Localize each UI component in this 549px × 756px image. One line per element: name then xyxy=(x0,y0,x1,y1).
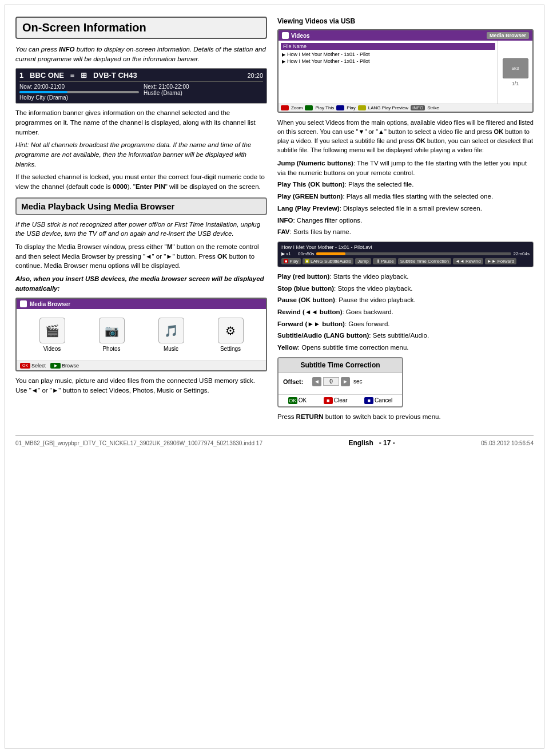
mv-top-btn: Media Browser xyxy=(487,32,529,39)
st-arrow-left[interactable]: ◄ xyxy=(312,377,321,386)
videos-intro-text: When you select Videos from the main opt… xyxy=(277,118,534,155)
mb-item-music: 🎵 Music xyxy=(158,318,184,352)
pb-feature-lang: Subtitle/Audio (LANG button): Sets subti… xyxy=(277,331,534,341)
mb-title-bar: Media Browser xyxy=(17,299,266,309)
page-container: On-Screen Information You can press INFO… xyxy=(5,5,544,749)
st-offset-label: Offset: xyxy=(283,378,309,385)
pb-btn-rewind: ◄◄ Rewind xyxy=(453,258,483,264)
pb-feature-rewind: Rewind (◄◄ button): Goes backward. xyxy=(277,307,534,317)
mv-green-btn xyxy=(305,105,313,110)
mb-item-photos: 📷 Photos xyxy=(99,318,125,352)
pb-btn-forward: ►► Forward xyxy=(485,258,516,264)
pb-btn-lang: ■ LANG SubtitleAudio xyxy=(303,258,353,264)
pb-feature-forward: Forward (►► button): Goes forward. xyxy=(277,319,534,329)
mv-file-icon-2: ▶ xyxy=(282,59,285,64)
mb-photos-label: Photos xyxy=(102,346,120,352)
mb-select-label: Select xyxy=(31,363,46,369)
banner-next-prog-name: Hustle (Drama) xyxy=(144,90,263,96)
mv-thumb-label: ak3 xyxy=(512,66,519,71)
st-cancel-icon: ■ xyxy=(364,397,373,404)
usb-note-text: If the USB stick is not recognized after… xyxy=(15,220,267,239)
mv-yellow-btn xyxy=(358,105,366,110)
feature-play-this: Play This (OK button): Plays the selecte… xyxy=(277,180,534,189)
onscreen-info-heading: On-Screen Information xyxy=(15,17,267,39)
banner-now-label: Now: 20:00-21:00 xyxy=(19,84,139,90)
viewing-videos-title: Viewing Videos via USB xyxy=(277,17,534,26)
media-browser-mockup: Media Browser 🎬 Videos 📷 Photos 🎵 Music xyxy=(15,298,267,371)
mv-file-row-1: ▶ How I Met Your Mother - 1x01 - Pilot xyxy=(281,51,495,58)
pb-counter: ▶ x1 xyxy=(281,251,296,256)
mv-info-label: INFO xyxy=(411,105,425,110)
mv-red-btn xyxy=(281,105,289,110)
st-clear-btn[interactable]: ■ Clear xyxy=(324,397,348,404)
mb-red-btn: OK xyxy=(20,363,30,369)
st-ok-label: OK xyxy=(299,397,307,403)
mb-settings-icon: ⚙ xyxy=(218,318,244,343)
usb-play-text: You can play music, picture and video fi… xyxy=(15,376,267,395)
mv-title-left: Videos xyxy=(282,32,310,39)
info-banner-mockup: 1 BBC ONE ≡ ⊞ DVB-T CH43 20:20 Now: 20:0… xyxy=(15,68,267,104)
auto-display-bold-text: Also, when you insert USB devices, the m… xyxy=(15,274,267,293)
footer-file-info: 01_MB62_[GB]_woypbpr_IDTV_TC_NICKEL17_39… xyxy=(15,440,262,446)
mb-item-settings: ⚙ Settings xyxy=(218,318,244,352)
mv-strike-label: Strike xyxy=(427,105,439,110)
mb-settings-label: Settings xyxy=(220,346,241,352)
banner-desc-text: The information banner gives information… xyxy=(15,108,267,137)
mb-videos-icon: 🎬 xyxy=(39,318,65,343)
mv-body: File Name ▶ How I Met Your Mother - 1x01… xyxy=(279,41,532,104)
st-ok-btn[interactable]: OK OK xyxy=(288,397,307,404)
st-controls: ◄ 0 ► xyxy=(312,377,350,386)
mv-title-label: Videos xyxy=(291,33,310,39)
st-clear-label: Clear xyxy=(334,397,348,403)
st-body: Offset: ◄ 0 ► sec xyxy=(279,373,402,394)
st-title: Subtitle Time Correction xyxy=(279,358,402,373)
st-arrow-right[interactable]: ► xyxy=(341,377,350,386)
mb-footer-btn-browse: ▶ Browse xyxy=(50,363,79,369)
videos-browser-mockup: Videos Media Browser File Name ▶ How I M… xyxy=(277,29,534,113)
st-cancel-btn[interactable]: ■ Cancel xyxy=(364,397,392,404)
mb-music-icon: 🎵 xyxy=(158,318,184,343)
mv-left-panel: File Name ▶ How I Met Your Mother - 1x01… xyxy=(279,41,498,104)
pb-btn-pause: ⏸ Pause xyxy=(373,258,396,264)
mb-items-row: 🎬 Videos 📷 Photos 🎵 Music ⚙ Settings xyxy=(17,309,266,361)
mv-footer: Zoom Play This Play LANG Play Preview IN… xyxy=(279,104,532,112)
mv-file-name-2: How I Met Your Mother - 1x01 - Pilot xyxy=(287,58,370,64)
pb-red-icon: ■ xyxy=(284,259,288,263)
st-ok-icon: OK xyxy=(288,397,297,404)
mv-file-icon-1: ▶ xyxy=(282,52,285,57)
mv-thumbnail: ak3 xyxy=(503,58,528,78)
pb-btn-play: ■ Play xyxy=(281,258,301,264)
feature-fav: FAV: Sorts files by name. xyxy=(277,227,534,237)
main-content: On-Screen Information You can press INFO… xyxy=(15,17,534,425)
left-column: On-Screen Information You can press INFO… xyxy=(15,17,267,425)
pb-elapsed: 00m50s xyxy=(298,251,314,256)
st-clear-icon: ■ xyxy=(324,397,333,404)
footer-language: English - 17 - xyxy=(348,439,395,447)
banner-row-top: 1 BBC ONE ≡ ⊞ DVB-T CH43 20:20 xyxy=(19,71,263,82)
mv-zoom-label: Zoom xyxy=(291,105,303,110)
pb-yellow-icon: ■ xyxy=(305,259,309,263)
st-footer: OK OK ■ Clear ■ Cancel xyxy=(279,394,402,406)
mv-lang-label: LANG Play Preview xyxy=(368,105,408,110)
mv-title-icon xyxy=(282,32,289,39)
banner-progress-bar xyxy=(19,91,139,93)
mb-footer: OK Select ▶ Browse xyxy=(17,361,266,370)
pb-title: How I Met Your Mother - 1x01 - Pilot.avi xyxy=(281,244,530,250)
media-playback-heading: Media Playback Using Media Browser xyxy=(15,197,267,215)
locked-channel-text: If the selected channel is locked, you m… xyxy=(15,172,267,191)
feature-lang: Lang (Play Preview): Displays selected f… xyxy=(277,204,534,213)
mb-title-label: Media Browser xyxy=(30,301,70,307)
right-column: Viewing Videos via USB Videos Media Brow… xyxy=(277,17,534,425)
pb-feature-stop: Stop (blue button): Stops the video play… xyxy=(277,284,534,294)
feature-jump: Jump (Numeric buttons): The TV will jump… xyxy=(277,159,534,177)
st-offset-value: 0 xyxy=(323,377,339,386)
banner-next-label: Next: 21:00-22:00 xyxy=(144,84,263,90)
pb-buttons-row: ■ Play ■ LANG SubtitleAudio Jump ⏸ Pause… xyxy=(281,258,530,264)
footer-date: 05.03.2012 10:56:54 xyxy=(481,440,534,446)
mv-file-name-1: How I Met Your Mother - 1x01 - Pilot xyxy=(287,52,370,57)
st-cancel-label: Cancel xyxy=(375,397,392,403)
pb-btn-jump: Jump xyxy=(355,258,371,264)
mb-item-videos: 🎬 Videos xyxy=(39,318,65,352)
pb-progress-bar xyxy=(316,252,511,255)
banner-progress-fill xyxy=(19,91,67,93)
